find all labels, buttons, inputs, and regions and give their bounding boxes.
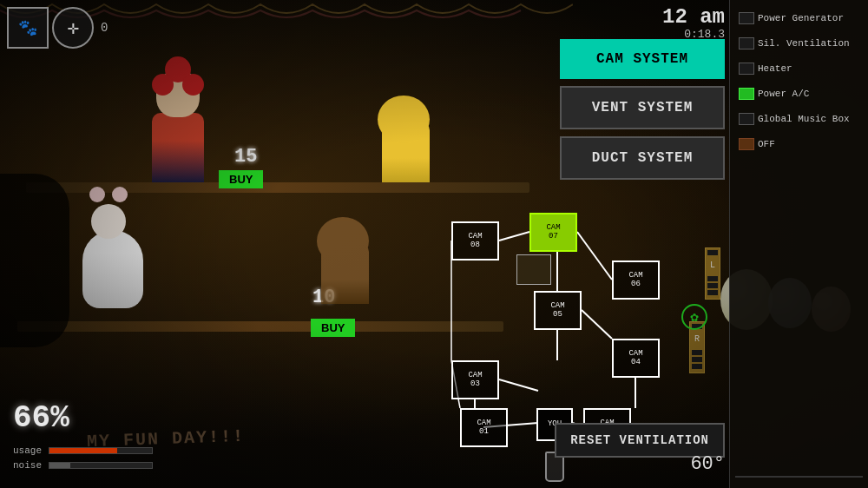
sil-ventilation-label: Sil. Ventilation: [758, 38, 850, 49]
panel-row-music-box[interactable]: Global Music Box: [735, 108, 863, 130]
cam-node-07[interactable]: CAM 07: [529, 213, 577, 252]
panel-row-power-generator[interactable]: Power Generator: [735, 7, 863, 30]
cam-preview-thumb: [516, 254, 551, 285]
shelf-number-15: 15: [234, 146, 257, 168]
mangle-ear-right: [112, 187, 128, 202]
percentage-display: 66%: [13, 400, 69, 436]
duct-system-button[interactable]: DUCT SYSTEM: [560, 136, 725, 180]
power-generator-label: Power Generator: [758, 13, 844, 23]
music-box-label: Global Music Box: [758, 114, 850, 124]
panel-row-power-ac[interactable]: Power A/C: [735, 82, 863, 105]
top-left-icons: 🐾 ✛ 0: [7, 7, 108, 49]
clown-hair-side-r: [182, 74, 204, 96]
panel-divider: [735, 476, 863, 478]
game-background: 15 10 BUY BUY: [0, 0, 868, 488]
paw-icon-box: 🐾: [7, 7, 49, 49]
vent-system-button[interactable]: VENT SYSTEM: [560, 86, 725, 129]
cam-node-08[interactable]: CAM 08: [451, 221, 499, 260]
power-ac-label: Power A/C: [758, 89, 809, 99]
cam-system-button[interactable]: CAM SYSTEM: [560, 39, 725, 79]
usage-bar-row: usage: [13, 445, 153, 456]
stats-bars: usage noise: [13, 445, 153, 471]
heater-indicator: [739, 63, 754, 75]
crosshair-icon-box: ✛: [52, 7, 94, 49]
reset-ventilation-button[interactable]: RESET VENTILATION: [555, 423, 725, 458]
cam-node-03[interactable]: CAM 03: [451, 360, 499, 399]
noise-bar-fill: [49, 463, 70, 468]
chica-head: [378, 96, 430, 143]
clown-body: [152, 113, 204, 182]
svg-line-5: [499, 379, 538, 391]
svg-line-0: [499, 232, 529, 241]
power-generator-indicator: [739, 12, 754, 24]
noise-bar-row: noise: [13, 460, 153, 471]
animatronic-freddy: [312, 217, 382, 304]
temperature-display: 60°: [690, 453, 725, 475]
clown-head: [156, 69, 200, 117]
system-buttons-container: CAM SYSTEM VENT SYSTEM DUCT SYSTEM: [560, 39, 725, 180]
svg-line-1: [577, 232, 612, 280]
svg-line-3: [582, 310, 612, 339]
camera-map: CAM 08 CAM 07 CAM 06 CAM 05 CAM 04 CAM 0…: [391, 200, 729, 452]
usage-bar-fill: [49, 448, 117, 453]
mangle-body: [82, 230, 143, 308]
crosshair-icon: ✛: [67, 16, 78, 40]
off-label: OFF: [758, 139, 775, 149]
animatronic-mangle: [82, 230, 143, 308]
noise-label: noise: [13, 460, 43, 471]
buy-button-2[interactable]: BUY: [311, 319, 355, 337]
sil-ventilation-indicator: [739, 37, 754, 49]
usage-label: usage: [13, 445, 43, 456]
animatronic-clown: [139, 69, 226, 182]
zero-counter: 0: [101, 21, 108, 35]
freddy-head: [317, 217, 369, 265]
music-box-indicator: [739, 113, 754, 125]
clown-hair-side-l: [152, 74, 174, 96]
noise-bar-track: [49, 462, 153, 469]
cam-node-01[interactable]: CAM 01: [460, 408, 508, 447]
mangle-head: [91, 204, 126, 239]
panel-row-off[interactable]: OFF: [735, 133, 863, 155]
timer-hour: 12 am: [662, 7, 725, 28]
cam-node-06[interactable]: CAM 06: [612, 260, 660, 300]
shadow-animatronic-left: [0, 174, 69, 347]
right-panel: Power Generator Sil. Ventilation Heater …: [729, 0, 868, 488]
power-ac-indicator: [739, 88, 754, 100]
panel-row-sil-ventilation[interactable]: Sil. Ventilation: [735, 32, 863, 55]
off-indicator: [739, 138, 754, 150]
panel-spacer: [735, 158, 863, 470]
paw-icon: 🐾: [18, 18, 37, 37]
animatronic-chica: [373, 96, 443, 182]
mangle-ear-left: [89, 187, 105, 202]
cam-node-05[interactable]: CAM 05: [534, 291, 582, 330]
cam-node-04[interactable]: CAM 04: [612, 339, 660, 378]
usage-bar-track: [49, 447, 153, 454]
timer-display: 12 am 0:18.3: [662, 7, 725, 41]
panel-row-heater[interactable]: Heater: [735, 57, 863, 80]
heater-label: Heater: [758, 63, 792, 74]
